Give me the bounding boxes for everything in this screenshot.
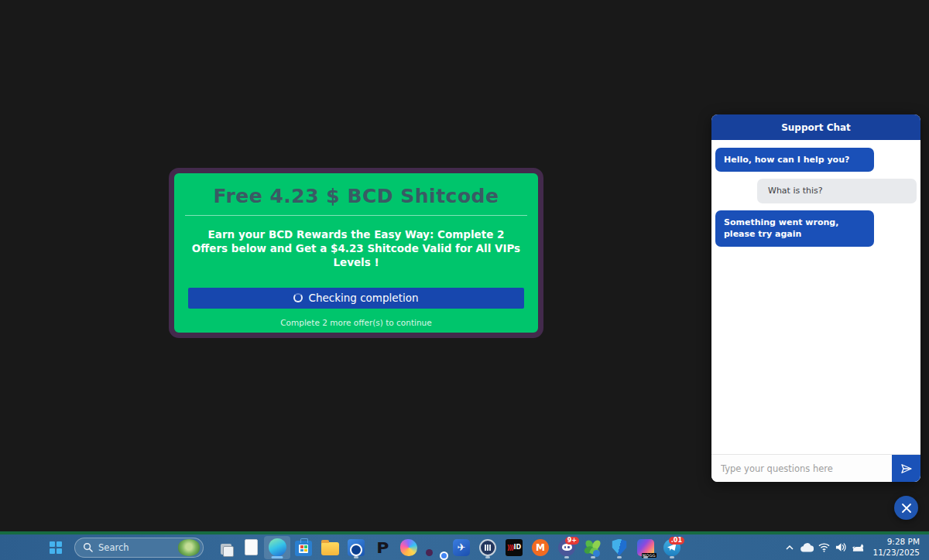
file-explorer-icon [321,542,339,555]
checking-completion-button[interactable]: Checking completion [188,288,524,309]
taskbar-icon-monero[interactable]: M [527,534,554,560]
leaves-icon [584,539,602,556]
paper-plane-icon [900,462,914,476]
taskbar-icon-mogg[interactable]: MOGG [632,534,659,560]
taskbar-icon-audio-id[interactable]: ))) ID [501,534,527,560]
chat-question-input[interactable] [711,455,892,482]
pinned-apps: P ✈ ))) ID M [211,534,685,560]
taskbar-icon-file-explorer[interactable] [317,534,343,560]
clock-date: 11/23/2025 [872,548,920,558]
tray-app-button[interactable] [849,534,866,560]
offer-card: Free 4.23 $ BCD Shitcode Earn your BCD R… [169,168,543,338]
taskbar-icon-discord[interactable]: 9+ [554,534,580,560]
mogg-label: MOGG [642,553,656,558]
taskbar-icon-copilot[interactable] [396,534,422,560]
system-tray: 9:28 PM 11/23/2025 [781,534,929,560]
checking-completion-label: Checking completion [308,292,418,304]
taskbar: P ✈ ))) ID M [0,534,929,560]
wifi-icon [818,542,830,552]
taskbar-icon-store[interactable] [290,534,317,560]
search-input[interactable] [98,542,178,553]
wifi-tray-button[interactable] [815,534,832,560]
telegram-badge: .01 [669,537,684,545]
microsoft-store-icon [295,541,312,556]
chat-close-button[interactable] [894,496,918,520]
taskbar-clock[interactable]: 9:28 PM 11/23/2025 [872,537,920,558]
search-daily-image [178,539,200,556]
windows-logo-icon [50,541,62,554]
audio-id-icon: ))) ID [506,539,523,556]
start-button[interactable] [45,537,67,558]
shield-icon [612,539,627,556]
id-label: ID [514,544,522,551]
taskbar-icon-plant-app[interactable] [580,534,606,560]
taskbar-search[interactable] [74,538,204,558]
discord-badge: 9+ [565,537,579,545]
outlook-icon [348,539,365,556]
taskbar-icon-travel-app[interactable]: ✈ [448,534,475,560]
offer-footer-note: Complete 2 more offer(s) to continue [174,318,538,327]
notepad-icon [245,539,258,555]
send-button[interactable] [892,455,920,482]
mogg-icon: MOGG [637,539,654,556]
monero-icon: M [532,539,549,556]
bot-message: Something went wrong, please try again [715,210,874,247]
task-view-button[interactable] [211,534,238,560]
chat-input-row [711,454,920,482]
clock-time: 9:28 PM [872,537,920,548]
globe-app-icon [479,539,496,556]
taskbar-icon-telegram[interactable]: .01 [659,534,685,560]
hidden-icons-button[interactable] [781,534,798,560]
support-chat-header: Support Chat [711,114,920,140]
volume-tray-button[interactable] [832,534,849,560]
speaker-icon [835,542,847,552]
edge-icon [269,538,286,556]
copilot-icon [400,539,417,556]
chat-message-list: Hello, how can I help you? What is this?… [711,140,920,247]
tray-app-icon [852,542,865,552]
onedrive-tray-button[interactable] [798,534,815,560]
airplane-icon: ✈ [453,539,470,556]
taskbar-icon-p-app[interactable]: P [369,534,396,560]
offer-title: Free 4.23 $ BCD Shitcode [174,185,538,207]
taskbar-icon-windows-security[interactable] [606,534,632,560]
p-app-icon: P [376,538,389,557]
cloud-icon [800,542,814,553]
telegram-icon: .01 [663,539,680,556]
task-view-icon [214,537,235,558]
spinner-icon [293,293,303,302]
taskbar-icon-notepad[interactable] [238,534,264,560]
taskbar-icon-globe-app[interactable] [475,534,501,560]
taskbar-icon-edge[interactable] [264,536,290,559]
chevron-up-icon [785,543,794,552]
divider [185,215,527,216]
offer-description: Earn your BCD Rewards the Easy Way: Comp… [189,227,523,270]
desktop: { "window": { "background": "#191919" },… [0,0,929,560]
discord-icon: 9+ [558,539,575,556]
support-chat-panel: Support Chat Hello, how can I help you? … [711,114,920,482]
search-icon [83,542,93,552]
user-message: What is this? [757,179,917,203]
taskbar-icon-outlook[interactable] [343,534,369,560]
x-icon [901,503,912,514]
chrome-extension-badge [426,549,433,556]
taskbar-icon-chrome[interactable] [422,534,448,560]
bot-message: Hello, how can I help you? [715,148,874,172]
audio-waves-glyph: ))) [507,544,513,551]
